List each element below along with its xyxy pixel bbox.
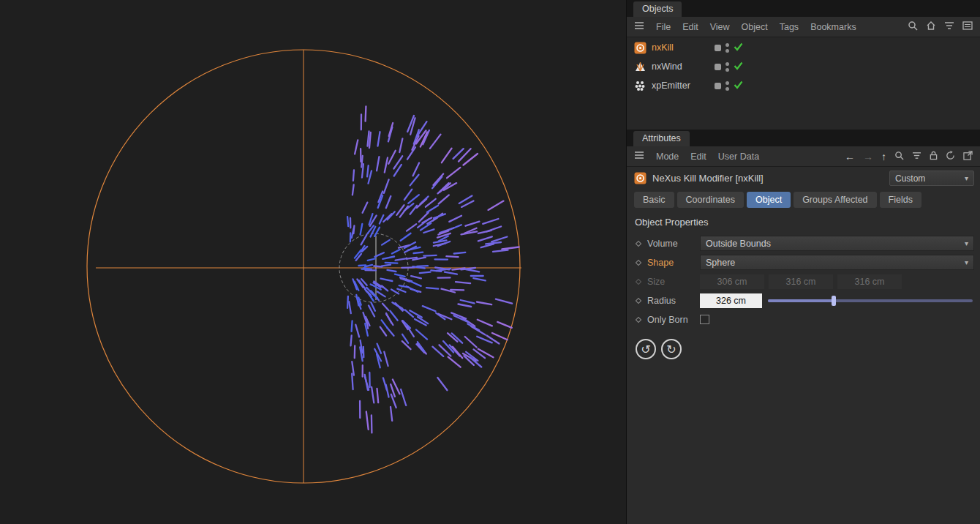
keyframe-diamond-icon[interactable] xyxy=(636,317,641,323)
radius-input[interactable]: 326 cm xyxy=(700,293,762,308)
reset-defaults-icon[interactable]: ↺ xyxy=(636,339,656,359)
visibility-dots[interactable] xyxy=(725,43,729,53)
layer-toggle[interactable] xyxy=(715,83,721,89)
tab-fields[interactable]: Fields xyxy=(880,192,921,208)
chevron-down-icon: ▾ xyxy=(965,174,968,182)
keyframe-diamond-icon[interactable] xyxy=(636,260,641,266)
filter-icon[interactable] xyxy=(912,151,921,162)
object-label[interactable]: xpEmitter xyxy=(652,81,690,91)
objects-panel: Objects File Edit View Object Tags Bookm… xyxy=(627,0,980,130)
layer-toggle[interactable] xyxy=(715,64,721,70)
enabled-check-icon[interactable] xyxy=(734,79,743,92)
filter-icon[interactable] xyxy=(944,21,954,32)
attributes-toolbar-icons: ← → ↑ xyxy=(845,151,973,162)
attribute-object-header: NeXus Kill Modifier [nxKill] Custom ▾ xyxy=(627,168,980,189)
manager-column: Objects File Edit View Object Tags Bookm… xyxy=(626,0,980,524)
objects-tabstrip: Objects xyxy=(627,0,980,17)
search-icon[interactable] xyxy=(894,151,904,162)
nxkill-icon[interactable] xyxy=(634,42,647,54)
hamburger-icon[interactable] xyxy=(634,21,644,32)
radius-label: Radius xyxy=(647,296,697,306)
menu-bookmarks[interactable]: Bookmarks xyxy=(810,22,856,32)
back-arrow-icon[interactable]: ← xyxy=(845,151,855,162)
attributes-tabstrip: Attributes xyxy=(627,130,980,146)
size-z-field: 316 cm xyxy=(837,274,902,289)
application-window: Objects File Edit View Object Tags Bookm… xyxy=(0,0,980,524)
attributes-panel: Attributes Mode Edit User Data ← → ↑ xyxy=(627,130,980,524)
property-row-size: Size 306 cm 316 cm 316 cm xyxy=(634,274,974,290)
tab-groups-affected[interactable]: Groups Affected xyxy=(794,192,876,208)
section-title: Object Properties xyxy=(635,217,708,228)
menu-user-data[interactable]: User Data xyxy=(718,151,759,162)
menu-file[interactable]: File xyxy=(656,22,671,32)
nxkill-icon xyxy=(634,172,647,184)
size-y-field: 316 cm xyxy=(769,274,833,289)
menu-edit[interactable]: Edit xyxy=(690,151,706,162)
nxwind-icon[interactable] xyxy=(634,61,647,73)
object-label[interactable]: nxWind xyxy=(652,61,682,72)
only-born-checkbox[interactable] xyxy=(700,315,709,324)
keyframe-diamond-icon xyxy=(636,279,641,285)
shape-value: Sphere xyxy=(706,258,735,268)
radius-slider-handle[interactable] xyxy=(832,296,836,306)
shape-label: Shape xyxy=(647,258,697,268)
menu-object[interactable]: Object xyxy=(742,22,768,32)
object-label[interactable]: nxKill xyxy=(652,42,674,53)
refresh-icon[interactable]: ↻ xyxy=(661,339,682,359)
search-icon[interactable] xyxy=(908,20,918,33)
object-title: NeXus Kill Modifier [nxKill] xyxy=(652,173,764,184)
sync-icon[interactable] xyxy=(946,151,955,162)
menu-edit[interactable]: Edit xyxy=(682,22,698,32)
attributes-menubar: Mode Edit User Data ← → ↑ xyxy=(627,146,980,167)
forward-arrow-icon[interactable]: → xyxy=(863,151,873,162)
object-toggles xyxy=(715,79,743,92)
volume-dropdown[interactable]: Outside Bounds ▾ xyxy=(700,236,974,251)
tab-objects[interactable]: Objects xyxy=(633,1,682,17)
object-row-nxkill[interactable]: nxKill xyxy=(634,39,980,56)
objects-menubar: File Edit View Object Tags Bookmarks xyxy=(627,17,980,37)
tab-basic[interactable]: Basic xyxy=(634,192,674,208)
xparticles-action-icons: ↺ ↻ xyxy=(636,339,682,359)
property-row-radius: Radius 326 cm xyxy=(634,293,974,309)
hamburger-icon[interactable] xyxy=(634,151,644,162)
chevron-down-icon: ▾ xyxy=(965,239,968,247)
menu-mode[interactable]: Mode xyxy=(656,151,679,162)
size-x-field: 306 cm xyxy=(700,274,764,289)
menu-tags[interactable]: Tags xyxy=(780,22,799,32)
3d-viewport[interactable] xyxy=(0,0,626,524)
property-row-only-born: Only Born xyxy=(634,312,974,328)
up-arrow-icon[interactable]: ↑ xyxy=(881,151,886,162)
panel-layout-icon[interactable] xyxy=(962,20,973,33)
visibility-dots[interactable] xyxy=(725,81,729,91)
keyframe-diamond-icon[interactable] xyxy=(636,298,641,304)
size-label: Size xyxy=(647,277,697,287)
preset-dropdown[interactable]: Custom ▾ xyxy=(889,171,974,186)
attribute-tabs: Basic Coordinates Object Groups Affected… xyxy=(634,192,921,208)
shape-dropdown[interactable]: Sphere ▾ xyxy=(700,255,974,270)
object-toggles xyxy=(715,41,743,54)
radius-slider-fill xyxy=(768,299,834,302)
tab-object[interactable]: Object xyxy=(747,192,791,208)
xpemitter-icon[interactable] xyxy=(634,80,647,92)
volume-value: Outside Bounds xyxy=(706,239,771,249)
object-row-xpemitter[interactable]: xpEmitter xyxy=(634,77,980,94)
layer-toggle[interactable] xyxy=(715,45,721,51)
external-link-icon[interactable] xyxy=(963,151,973,162)
radius-slider[interactable] xyxy=(768,299,973,302)
menu-view[interactable]: View xyxy=(710,22,730,32)
tab-attributes[interactable]: Attributes xyxy=(633,131,690,146)
lock-icon[interactable] xyxy=(930,151,938,162)
viewport-canvas xyxy=(0,0,626,524)
preset-value: Custom xyxy=(895,173,925,184)
property-row-shape: Shape Sphere ▾ xyxy=(634,255,974,271)
property-row-volume: Volume Outside Bounds ▾ xyxy=(634,236,974,252)
object-row-nxwind[interactable]: nxWind xyxy=(634,58,980,75)
keyframe-diamond-icon[interactable] xyxy=(636,241,641,247)
volume-label: Volume xyxy=(647,239,697,249)
enabled-check-icon[interactable] xyxy=(734,41,743,54)
objects-toolbar-icons xyxy=(908,20,973,33)
enabled-check-icon[interactable] xyxy=(734,60,743,73)
tab-coordinates[interactable]: Coordinates xyxy=(677,192,744,208)
home-icon[interactable] xyxy=(926,20,936,33)
visibility-dots[interactable] xyxy=(725,62,729,72)
